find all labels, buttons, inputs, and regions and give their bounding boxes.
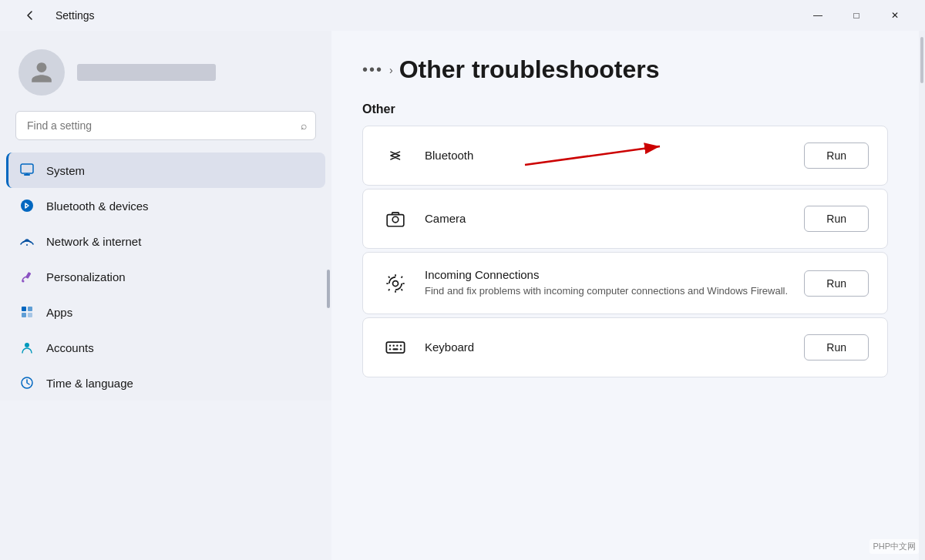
camera-run-button[interactable]: Run [804, 206, 869, 232]
avatar [18, 49, 65, 96]
accounts-icon [18, 339, 35, 356]
maximize-button[interactable]: □ [839, 3, 874, 28]
breadcrumb-dots[interactable]: ••• [362, 61, 383, 79]
sidebar-wrapper: ⌕ System [0, 31, 331, 560]
username-bar [77, 64, 216, 81]
keyboard-card-icon [382, 334, 409, 361]
svg-rect-5 [25, 272, 31, 279]
title-bar: Settings — □ ✕ [0, 0, 925, 31]
camera-card-title: Camera [425, 212, 466, 225]
incoming-card-title: Incoming Connections [425, 268, 789, 281]
troubleshooter-card-camera: Camera Run [362, 189, 888, 249]
breadcrumb-chevron: › [389, 64, 393, 76]
sidebar-label-accounts: Accounts [46, 341, 94, 354]
sidebar-item-accounts[interactable]: Accounts [6, 330, 325, 365]
right-scrollbar-track [919, 31, 925, 560]
search-input[interactable] [15, 111, 316, 140]
bluetooth-run-button[interactable]: Run [804, 143, 869, 169]
section-label: Other [362, 102, 888, 116]
svg-point-11 [25, 343, 29, 347]
svg-rect-9 [22, 313, 26, 317]
window-controls: — □ ✕ [800, 3, 913, 28]
troubleshooter-card-bluetooth: Bluetooth Run [362, 126, 888, 186]
close-button[interactable]: ✕ [877, 3, 913, 28]
network-icon [18, 233, 35, 250]
sidebar-item-bluetooth[interactable]: Bluetooth & devices [6, 188, 325, 223]
svg-line-14 [525, 146, 660, 165]
sidebar-scrollbar-thumb [327, 270, 330, 308]
troubleshooter-card-incoming: Incoming Connections Find and fix proble… [362, 252, 888, 314]
user-section [0, 31, 331, 111]
svg-point-17 [393, 280, 399, 286]
apps-icon [18, 303, 35, 320]
system-icon [18, 162, 35, 179]
svg-point-3 [21, 200, 33, 212]
sidebar-label-apps: Apps [46, 306, 72, 319]
keyboard-card-info: Keyboard [425, 340, 789, 354]
sidebar-item-time[interactable]: Time & language [6, 365, 325, 401]
camera-card-icon [382, 205, 409, 233]
svg-point-4 [26, 244, 28, 246]
app-body: ⌕ System [0, 31, 925, 560]
keyboard-run-button[interactable]: Run [804, 334, 869, 360]
sidebar-label-system: System [46, 164, 85, 177]
bluetooth-card-title: Bluetooth [425, 149, 473, 162]
bluetooth-icon [18, 197, 35, 214]
svg-point-6 [22, 280, 25, 283]
breadcrumb: ••• › Other troubleshooters [362, 55, 888, 84]
nav-list: System Bluetooth & devices [0, 153, 331, 401]
personalization-icon [18, 268, 35, 285]
sidebar-item-system[interactable]: System [6, 153, 325, 188]
search-icon: ⌕ [301, 119, 307, 132]
page-title: Other troubleshooters [399, 55, 660, 84]
sidebar-label-bluetooth: Bluetooth & devices [46, 200, 149, 213]
sidebar: ⌕ System [0, 31, 331, 401]
sidebar-label-network: Network & internet [46, 235, 141, 248]
incoming-card-info: Incoming Connections Find and fix proble… [425, 268, 789, 298]
search-box: ⌕ [15, 111, 316, 140]
incoming-run-button[interactable]: Run [804, 270, 869, 297]
svg-rect-0 [21, 164, 33, 173]
incoming-card-desc: Find and fix problems with incoming comp… [425, 284, 789, 298]
minimize-button[interactable]: — [800, 3, 836, 28]
svg-rect-10 [28, 313, 32, 317]
keyboard-card-title: Keyboard [425, 340, 474, 354]
svg-rect-1 [24, 174, 30, 176]
title-bar-left: Settings [12, 3, 95, 28]
incoming-card-icon [382, 270, 409, 297]
svg-rect-18 [386, 342, 404, 353]
content-area: ••• › Other troubleshooters Other Blueto… [331, 31, 919, 560]
sidebar-item-personalization[interactable]: Personalization [6, 259, 325, 294]
sidebar-item-apps[interactable]: Apps [6, 294, 325, 330]
svg-point-16 [392, 216, 399, 223]
red-arrow [517, 140, 671, 171]
back-button[interactable] [12, 3, 48, 28]
svg-rect-8 [28, 307, 32, 311]
right-scrollbar-thumb [920, 37, 923, 83]
bluetooth-card-icon [382, 142, 409, 169]
sidebar-label-time: Time & language [46, 377, 133, 390]
sidebar-label-personalization: Personalization [46, 270, 126, 283]
content-inner: ••• › Other troubleshooters Other Blueto… [331, 31, 919, 405]
time-icon [18, 374, 35, 391]
camera-card-info: Camera [425, 212, 789, 226]
svg-rect-7 [22, 307, 26, 311]
troubleshooter-card-keyboard: Keyboard Run [362, 317, 888, 377]
sidebar-item-network[interactable]: Network & internet [6, 223, 325, 259]
app-title: Settings [56, 9, 95, 22]
user-icon [29, 60, 54, 85]
